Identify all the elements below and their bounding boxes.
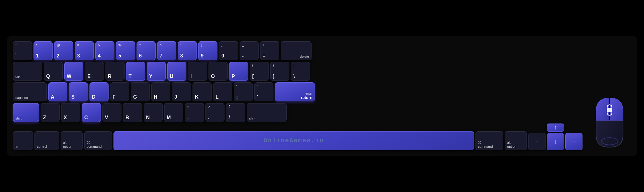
key-backslash[interactable]: | \	[291, 62, 310, 81]
mouse-svg	[593, 96, 626, 149]
key-x[interactable]: X	[61, 103, 80, 122]
key-j[interactable]: J	[172, 82, 191, 101]
key-delete[interactable]: delete	[281, 41, 312, 60]
key-semicolon[interactable]: : ;	[234, 82, 253, 101]
key-0[interactable]: ) 0	[219, 41, 238, 60]
key-arrow-up[interactable]: ↑	[547, 123, 564, 132]
mouse-container	[588, 96, 631, 149]
key-space[interactable]: OnlineGames.io	[113, 131, 474, 150]
keyboard: ~ ` ! 1 @ 2 # 3 $ 4 % 5	[13, 41, 582, 150]
key-alt-left[interactable]: alt option	[61, 131, 83, 150]
key-d[interactable]: D	[89, 82, 109, 101]
key-g[interactable]: G	[131, 82, 150, 101]
key-arrow-right[interactable]: →	[565, 133, 582, 150]
row-numbers: ~ ` ! 1 @ 2 # 3 $ 4 % 5	[13, 41, 582, 60]
key-fn[interactable]: fn	[13, 131, 33, 150]
key-m[interactable]: M	[164, 103, 183, 122]
row-qwerty: tab Q W E R T Y U I	[13, 62, 582, 81]
arrow-keys-group: ↑ ← ↓ →	[528, 123, 582, 150]
key-open-bracket[interactable]: { [	[250, 62, 269, 81]
key-comma[interactable]: < ,	[185, 103, 204, 122]
key-tab[interactable]: tab	[13, 62, 42, 81]
key-n[interactable]: N	[144, 103, 163, 122]
key-shift-left[interactable]: shift	[13, 103, 39, 122]
key-9[interactable]: ( 9	[198, 41, 217, 60]
key-arrow-down[interactable]: ↓	[547, 133, 564, 150]
key-2[interactable]: @ 2	[54, 41, 73, 60]
svg-rect-2	[607, 108, 612, 112]
key-slash[interactable]: ? /	[226, 103, 245, 122]
key-v[interactable]: V	[102, 103, 121, 122]
key-close-bracket[interactable]: } ]	[270, 62, 289, 81]
key-enter[interactable]: enter return	[275, 82, 315, 101]
keyboard-container: ~ ` ! 1 @ 2 # 3 $ 4 % 5	[7, 36, 637, 156]
key-command-right[interactable]: ⌘ command	[475, 131, 503, 150]
key-z[interactable]: Z	[41, 103, 60, 122]
key-4[interactable]: $ 4	[95, 41, 114, 60]
key-5[interactable]: % 5	[116, 41, 135, 60]
key-period[interactable]: > .	[205, 103, 225, 122]
key-h[interactable]: H	[151, 82, 170, 101]
arrow-row-bottom: ← ↓ →	[528, 133, 582, 150]
key-a[interactable]: A	[48, 82, 67, 101]
key-r[interactable]: R	[105, 62, 125, 81]
key-t[interactable]: T	[126, 62, 145, 81]
key-e[interactable]: E	[85, 62, 104, 81]
mouse	[593, 96, 626, 149]
key-control[interactable]: control	[34, 131, 59, 150]
key-b[interactable]: B	[123, 103, 142, 122]
key-equals[interactable]: + =	[260, 41, 279, 60]
key-shift-right[interactable]: shift	[247, 103, 287, 122]
key-alt-right[interactable]: alt option	[505, 131, 527, 150]
key-arrow-left[interactable]: ←	[528, 133, 546, 150]
key-7[interactable]: & 7	[157, 41, 176, 60]
row-zxcv: shift Z X C V B N M <	[13, 103, 582, 122]
key-command-left[interactable]: ⌘ command	[84, 131, 112, 150]
key-i[interactable]: I	[188, 62, 207, 81]
key-o[interactable]: O	[209, 62, 228, 81]
key-quote[interactable]: " '	[254, 82, 273, 101]
key-q[interactable]: Q	[44, 62, 63, 81]
key-y[interactable]: Y	[147, 62, 166, 81]
key-k[interactable]: K	[193, 82, 212, 101]
key-l[interactable]: L	[213, 82, 232, 101]
row-bottom: fn control alt option ⌘ command OnlineGa…	[13, 123, 582, 150]
key-1[interactable]: ! 1	[34, 41, 53, 60]
key-w[interactable]: W	[64, 62, 83, 81]
key-6[interactable]: ^ 6	[137, 41, 156, 60]
key-u[interactable]: U	[167, 62, 186, 81]
key-p[interactable]: P	[229, 62, 248, 81]
key-capslock[interactable]: caps lock	[13, 82, 47, 101]
key-f[interactable]: F	[110, 82, 129, 101]
row-asdf: caps lock A S D F G H J	[13, 82, 582, 101]
key-s[interactable]: S	[69, 82, 88, 101]
key-8[interactable]: * 8	[178, 41, 197, 60]
key-c[interactable]: C	[82, 103, 101, 122]
key-tilde[interactable]: ~ `	[13, 41, 32, 60]
key-minus[interactable]: _ -	[240, 41, 259, 60]
arrow-row-top: ↑	[547, 123, 564, 132]
key-3[interactable]: # 3	[75, 41, 94, 60]
